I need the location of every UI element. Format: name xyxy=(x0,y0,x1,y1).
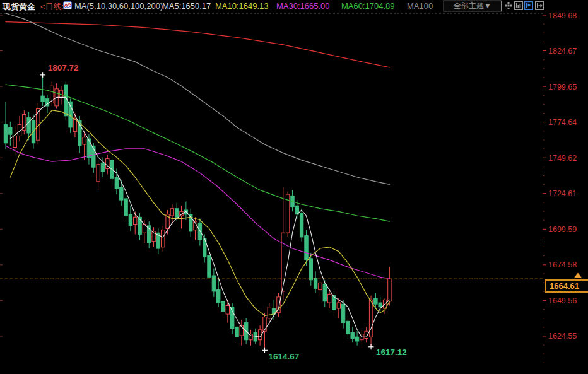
candle-down xyxy=(27,117,30,133)
candle-down xyxy=(221,301,225,312)
high-price-label: 1807.72 xyxy=(48,63,79,73)
auto-follow-icon[interactable] xyxy=(524,1,533,10)
candle-up xyxy=(369,300,372,337)
candle-down xyxy=(355,337,358,341)
candle-down xyxy=(235,327,238,337)
candle-down xyxy=(208,255,211,277)
candle-up xyxy=(13,136,16,147)
axis-tick-label: 1799.65 xyxy=(548,83,577,91)
candle-up xyxy=(97,165,100,182)
candle-down xyxy=(254,332,257,341)
candle-up xyxy=(23,115,26,131)
candle-down xyxy=(374,298,377,304)
axis-tick-label: 1724.61 xyxy=(548,189,577,198)
candle-down xyxy=(124,199,127,216)
axis-tick-label: 1674.58 xyxy=(548,260,577,269)
candle-down xyxy=(309,259,312,280)
ma-line-ma30 xyxy=(6,146,389,278)
low-price-label: 1614.67 xyxy=(268,352,299,361)
chart-window: 1849.681824.671799.651774.641749.621724.… xyxy=(0,0,588,374)
candle-down xyxy=(129,214,132,226)
axis-tick-label: 1774.64 xyxy=(548,118,577,127)
current-price-box: 1664.61 xyxy=(545,279,588,293)
candle-down xyxy=(115,177,118,189)
chart-toolbar: 全部主题▼ xyxy=(0,1,588,11)
price-axis: 1849.681824.671799.651774.641749.621724.… xyxy=(0,11,577,363)
candle-up xyxy=(281,233,285,291)
ma-line-ma60 xyxy=(6,85,389,221)
ma-line-ma200 xyxy=(6,22,389,67)
candlestick-chart[interactable]: 1849.681824.671799.651774.641749.621724.… xyxy=(0,0,588,374)
candle-down xyxy=(314,279,317,289)
candle-down xyxy=(300,213,303,237)
candle-down xyxy=(305,236,308,260)
low-price-label: 1617.12 xyxy=(376,348,407,357)
ma-lines-layer xyxy=(6,13,389,337)
candle-up xyxy=(162,230,165,247)
candle-up xyxy=(337,303,340,308)
candle-up xyxy=(170,209,173,216)
candle-up xyxy=(226,306,229,315)
candle-down xyxy=(9,127,12,134)
current-price-layer xyxy=(0,272,582,279)
candle-up xyxy=(319,283,322,289)
axis-tick-label: 1824.67 xyxy=(548,47,577,56)
candle-down xyxy=(120,187,123,200)
theme-dropdown-button[interactable]: 全部主题▼ xyxy=(444,1,502,11)
candle-down xyxy=(212,276,215,291)
candle-up xyxy=(263,317,266,332)
pan-move-icon[interactable] xyxy=(504,1,513,10)
candle-down xyxy=(101,163,104,172)
ma-line-ma100 xyxy=(6,13,389,184)
candle-up xyxy=(388,279,391,301)
axis-scale-icon[interactable] xyxy=(514,1,523,10)
candle-up xyxy=(268,307,271,318)
candle-down xyxy=(41,96,44,102)
axis-tick-label: 1699.59 xyxy=(548,225,577,234)
price-up-arrow-icon xyxy=(574,272,582,278)
candle-down xyxy=(231,307,234,329)
candle-down xyxy=(4,124,7,143)
candle-down xyxy=(87,139,90,157)
candle-down xyxy=(323,284,326,301)
candles-layer xyxy=(4,75,391,350)
candle-down xyxy=(217,290,220,303)
axis-tick-label: 1749.62 xyxy=(548,154,577,163)
candle-down xyxy=(175,209,179,218)
candle-up xyxy=(249,334,252,340)
axis-tick-label: 1624.55 xyxy=(548,332,577,341)
candle-down xyxy=(346,321,350,334)
axis-tick-label: 1649.56 xyxy=(548,296,577,305)
candle-down xyxy=(351,332,354,338)
ma-line-ma10 xyxy=(10,110,389,316)
candle-up xyxy=(134,217,137,224)
candle-up xyxy=(327,294,331,303)
axis-tick-label: 1849.68 xyxy=(548,11,577,20)
candle-down xyxy=(341,304,344,322)
candle-down xyxy=(379,303,382,307)
candle-up xyxy=(83,137,86,144)
shift-right-icon[interactable] xyxy=(535,1,544,10)
